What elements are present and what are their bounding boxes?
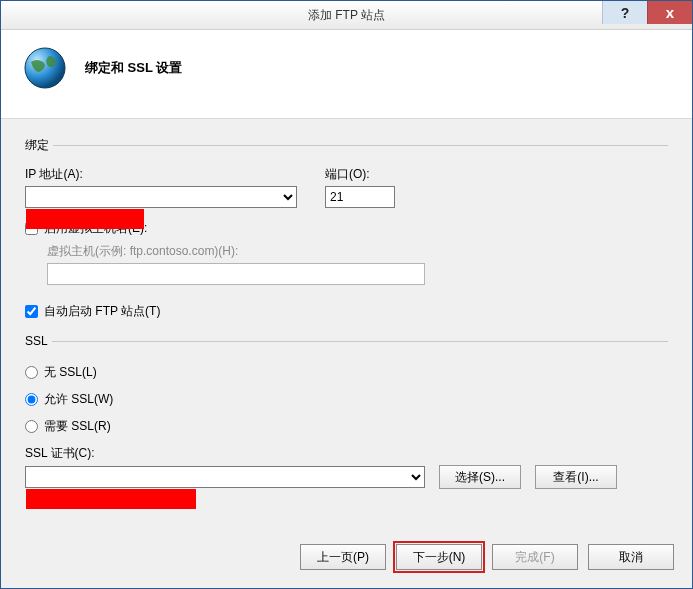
autostart-label: 自动启动 FTP 站点(T) (44, 303, 160, 320)
binding-group: 绑定 IP 地址(A): 端口(O): 启用虚拟主机名(E): (25, 137, 668, 285)
ssl-cert-label: SSL 证书(C): (25, 445, 668, 462)
enable-vhost-label: 启用虚拟主机名(E): (44, 220, 147, 237)
binding-row: IP 地址(A): 端口(O): (25, 166, 668, 208)
autostart-checkbox[interactable] (25, 305, 38, 318)
finish-button: 完成(F) (492, 544, 578, 570)
port-input[interactable] (325, 186, 395, 208)
ssl-none-row: 无 SSL(L) (25, 364, 668, 381)
ssl-require-row: 需要 SSL(R) (25, 418, 668, 435)
page-title: 绑定和 SSL 设置 (85, 59, 182, 77)
cancel-button[interactable]: 取消 (588, 544, 674, 570)
vhost-subgroup: 虚拟主机(示例: ftp.contoso.com)(H): (47, 243, 668, 285)
close-button[interactable]: x (647, 1, 692, 24)
prev-button[interactable]: 上一页(P) (300, 544, 386, 570)
ip-label: IP 地址(A): (25, 166, 297, 183)
port-label: 端口(O): (325, 166, 405, 183)
globe-icon (21, 44, 69, 92)
ssl-group: SSL 无 SSL(L) 允许 SSL(W) 需要 SSL(R) SSL 证书(… (25, 334, 668, 489)
window-title: 添加 FTP 站点 (1, 7, 692, 24)
port-column: 端口(O): (325, 166, 405, 208)
page-header: 绑定和 SSL 设置 (1, 30, 692, 119)
ssl-legend: SSL (25, 334, 52, 348)
ssl-cert-redaction (26, 489, 196, 509)
ssl-allow-label: 允许 SSL(W) (44, 391, 113, 408)
enable-vhost-checkbox[interactable] (25, 222, 38, 235)
ip-column: IP 地址(A): (25, 166, 297, 208)
ssl-view-button[interactable]: 查看(I)... (535, 465, 617, 489)
enable-vhost-row: 启用虚拟主机名(E): (25, 220, 668, 237)
next-button[interactable]: 下一步(N) (396, 544, 482, 570)
window-controls: ? x (602, 1, 692, 24)
ssl-none-radio[interactable] (25, 366, 38, 379)
ssl-cert-select[interactable] (25, 466, 425, 488)
binding-legend: 绑定 (25, 137, 53, 154)
ip-address-select[interactable] (25, 186, 297, 208)
wizard-footer: 上一页(P) 下一步(N) 完成(F) 取消 (1, 532, 692, 588)
ssl-require-radio[interactable] (25, 420, 38, 433)
help-button[interactable]: ? (602, 1, 647, 24)
svg-point-0 (25, 48, 65, 88)
ssl-cert-row: 选择(S)... 查看(I)... (25, 465, 668, 489)
autostart-row: 自动启动 FTP 站点(T) (25, 303, 668, 320)
ssl-select-button[interactable]: 选择(S)... (439, 465, 521, 489)
dialog-window: 添加 FTP 站点 ? x 绑定和 SSL 设置 绑定 (0, 0, 693, 589)
vhost-input (47, 263, 425, 285)
titlebar: 添加 FTP 站点 ? x (1, 1, 692, 30)
ssl-allow-row: 允许 SSL(W) (25, 391, 668, 408)
dialog-body: 绑定 IP 地址(A): 端口(O): 启用虚拟主机名(E): (1, 119, 692, 489)
vhost-label: 虚拟主机(示例: ftp.contoso.com)(H): (47, 243, 668, 260)
ssl-allow-radio[interactable] (25, 393, 38, 406)
ssl-require-label: 需要 SSL(R) (44, 418, 111, 435)
ssl-none-label: 无 SSL(L) (44, 364, 97, 381)
